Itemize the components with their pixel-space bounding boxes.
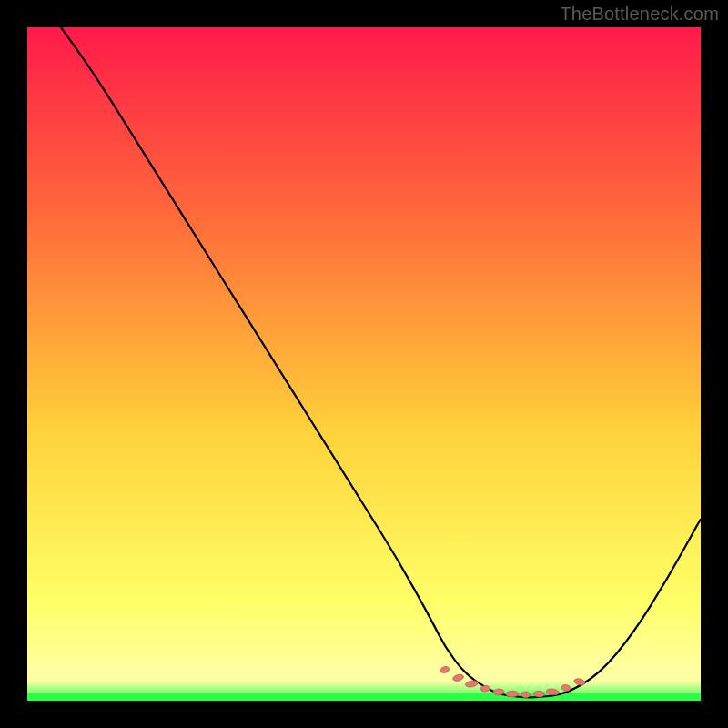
watermark-text: TheBottleneck.com [560, 4, 719, 25]
green-baseline-strip [27, 693, 701, 701]
optimal-marker [506, 691, 519, 697]
chart-svg [27, 27, 701, 701]
plot-area [27, 27, 701, 701]
chart-frame: TheBottleneck.com [0, 0, 728, 728]
optimal-marker [521, 692, 531, 698]
